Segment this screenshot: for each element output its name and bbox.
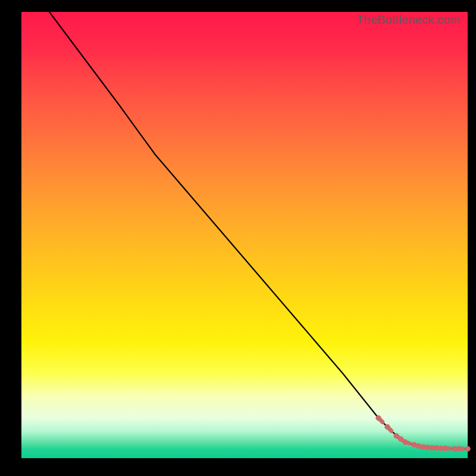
highlight-point: [465, 446, 470, 451]
chart-svg: [21, 12, 468, 458]
highlight-point: [398, 437, 403, 441]
highlight-point: [394, 433, 399, 438]
highlight-point: [416, 444, 421, 449]
chart-frame: TheBottleneck.com: [0, 0, 476, 476]
highlight-point: [376, 415, 381, 420]
highlight-point: [385, 424, 390, 429]
highlight-point: [456, 446, 461, 451]
highlight-point: [403, 440, 408, 444]
highlight-points: [376, 415, 470, 451]
highlight-point: [443, 446, 447, 450]
plot-area: TheBottleneck.com: [21, 12, 468, 458]
curve-line: [39, 0, 468, 449]
